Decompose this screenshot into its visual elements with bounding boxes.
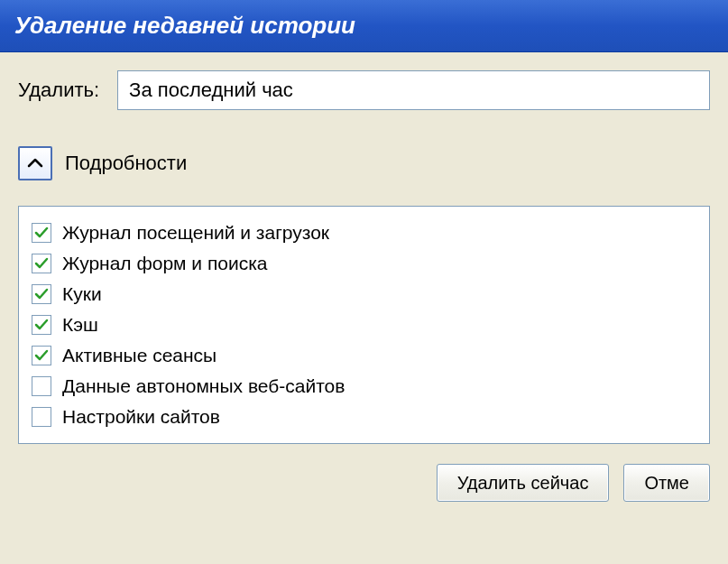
dialog-buttons: Удалить сейчас Отме [18,464,710,502]
checkbox-site-settings[interactable] [32,407,51,427]
checkbox-label: Журнал посещений и загрузок [62,222,329,244]
details-checklist: Журнал посещений и загрузок Журнал форм … [18,206,710,444]
time-range-value: За последний час [129,79,293,102]
dialog-content: Удалить: За последний час Подробности Жу… [0,52,728,502]
checkbox-form-history[interactable] [32,254,51,273]
checkmark-icon [34,287,49,301]
checkmark-icon [34,318,49,332]
checkbox-browsing-history[interactable] [32,223,51,243]
list-item: Настройки сайтов [32,402,696,432]
checkbox-label: Данные автономных веб-сайтов [62,375,345,397]
list-item: Активные сеансы [32,340,696,371]
list-item: Кэш [32,310,696,340]
checkbox-active-logins[interactable] [32,346,51,365]
titlebar: Удаление недавней истории [0,0,728,52]
checkbox-cache[interactable] [32,315,51,335]
time-range-label: Удалить: [18,79,99,102]
checkbox-cookies[interactable] [32,284,51,304]
details-collapse-button[interactable] [18,146,52,180]
list-item: Куки [32,279,696,310]
checkmark-icon [34,348,49,363]
clear-now-button[interactable]: Удалить сейчас [437,464,610,502]
checkbox-label: Кэш [62,314,98,336]
cancel-button[interactable]: Отме [623,464,710,502]
list-item: Журнал форм и поиска [32,248,696,279]
checkbox-label: Настройки сайтов [62,406,220,428]
checkbox-label: Журнал форм и поиска [62,253,268,274]
time-range-select[interactable]: За последний час [117,70,710,110]
time-range-row: Удалить: За последний час [18,70,710,110]
list-item: Данные автономных веб-сайтов [32,371,696,402]
checkbox-label: Активные сеансы [62,345,217,366]
chevron-up-icon [27,158,43,169]
checkmark-icon [34,256,49,271]
details-toggle-row: Подробности [18,146,710,180]
checkmark-icon [34,226,49,240]
checkbox-offline-data[interactable] [32,376,51,396]
window-title: Удаление недавней истории [14,12,355,40]
details-label: Подробности [65,152,187,175]
list-item: Журнал посещений и загрузок [32,217,696,248]
checkbox-label: Куки [62,283,102,305]
